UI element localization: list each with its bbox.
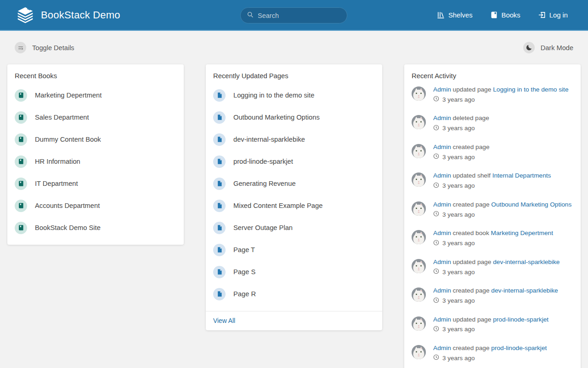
card-bottom-padding: [7, 239, 184, 245]
activity-target-link[interactable]: Marketing Depertment: [491, 230, 553, 236]
nav-login[interactable]: Log in: [538, 11, 568, 19]
book-list-item[interactable]: BookStack Demo Site: [7, 217, 184, 239]
page-icon: [213, 155, 226, 168]
dark-mode-label: Dark Mode: [541, 44, 573, 52]
toggle-details-button[interactable]: Toggle Details: [15, 42, 74, 53]
book-icon: [15, 155, 27, 168]
clock-icon: [433, 268, 439, 276]
activity-item: Admin created page prod-linode-sparkjet: [412, 344, 573, 362]
activity-action: updated page: [453, 259, 492, 265]
activity-timestamp: 3 years ago: [442, 269, 475, 276]
book-icon: [15, 133, 27, 146]
page-icon: [213, 111, 226, 124]
book-list-item[interactable]: IT Department: [7, 172, 184, 195]
book-list-item[interactable]: Marketing Depertment: [7, 84, 184, 106]
book-list-item[interactable]: Accounts Department: [7, 195, 184, 217]
activity-timestamp: 3 years ago: [442, 240, 475, 247]
activity-timestamp: 3 years ago: [442, 182, 475, 189]
recent-pages-footer: View All: [206, 311, 382, 330]
view-all-link[interactable]: View All: [213, 317, 235, 324]
activity-user-link[interactable]: Admin: [433, 144, 451, 150]
activity-user-link[interactable]: Admin: [433, 259, 451, 265]
book-title: Dummy Content Book: [35, 136, 101, 143]
search-bar[interactable]: [240, 7, 347, 23]
clock-icon: [433, 326, 439, 333]
activity-target-link[interactable]: dev-internal-sparklebike: [493, 259, 560, 265]
page-title: dev-internal-sparklebike: [233, 136, 305, 143]
recent-books-title: Recent Books: [7, 72, 184, 84]
activity-user-link[interactable]: Admin: [433, 172, 451, 179]
activity-target-link[interactable]: dev-internal-sparklebike: [491, 287, 558, 294]
dark-mode-button[interactable]: Dark Mode: [523, 42, 573, 53]
home-link[interactable]: BookStack Demo: [16, 6, 120, 24]
page-list-item[interactable]: Page S: [206, 261, 382, 283]
book-list-item[interactable]: HR Information: [7, 150, 184, 172]
page-list-item[interactable]: Logging in to the demo site: [206, 84, 382, 106]
activity-time: 3 years ago: [433, 297, 558, 305]
activity-user-link[interactable]: Admin: [433, 287, 451, 294]
moon-icon: [523, 42, 535, 53]
activity-user-link[interactable]: Admin: [433, 316, 451, 323]
search-icon: [247, 12, 254, 20]
page-list-item[interactable]: Server Outage Plan: [206, 217, 382, 239]
book-title: HR Information: [35, 158, 80, 165]
activity-time: 3 years ago: [433, 153, 490, 161]
clock-icon: [433, 211, 439, 218]
book-title: BookStack Demo Site: [35, 224, 101, 231]
page-list-item[interactable]: dev-internal-sparklebike: [206, 128, 382, 150]
activity-timestamp: 3 years ago: [442, 96, 475, 103]
activity-text: Admin updated page dev-internal-sparkleb…: [433, 259, 560, 266]
book-title: IT Department: [35, 180, 78, 187]
activity-action: created page: [453, 345, 490, 351]
activity-action: created page: [453, 201, 490, 208]
clock-icon: [433, 297, 439, 305]
search-input[interactable]: [258, 12, 340, 19]
activity-timestamp: 3 years ago: [442, 355, 475, 362]
nav-shelves[interactable]: Shelves: [437, 11, 473, 19]
activity-user-link[interactable]: Admin: [433, 115, 451, 121]
page-title: Page R: [233, 290, 256, 298]
activity-target-link[interactable]: Outbound Marketing Options: [491, 201, 571, 208]
recent-activity-card: Recent Activity: [404, 64, 581, 368]
book-list-item[interactable]: Sales Department: [7, 106, 184, 128]
activity-text: Admin created page prod-linode-sparkjet: [433, 345, 547, 352]
activity-target-link[interactable]: Logging in to the demo site: [493, 86, 568, 93]
page-list-item[interactable]: Mixed Content Example Page: [206, 195, 382, 217]
activity-user-link[interactable]: Admin: [433, 230, 451, 236]
activity-item: Admin created page Outbound Marketing Op…: [412, 201, 573, 218]
activity-text: Admin created book Marketing Depertment: [433, 230, 553, 237]
activity-target-link[interactable]: Internal Departments: [492, 172, 551, 179]
page-list-item[interactable]: Outbound Marketing Options: [206, 106, 382, 128]
activity-body: Admin updated page Logging in to the dem…: [433, 86, 569, 103]
app-header: BookStack Demo Shelves: [0, 0, 588, 31]
activity-timestamp: 3 years ago: [442, 297, 475, 304]
activity-time: 3 years ago: [433, 354, 547, 362]
activity-body: Admin deleted page 3 years ag: [433, 114, 489, 132]
book-list-item[interactable]: Dummy Content Book: [7, 128, 184, 150]
page-list-item[interactable]: prod-linode-sparkjet: [206, 150, 382, 172]
page-list-item[interactable]: Page T: [206, 239, 382, 261]
user-avatar: [412, 345, 426, 359]
activity-target-link[interactable]: prod-linode-sparkjet: [493, 316, 548, 323]
book-title: Sales Department: [35, 114, 89, 121]
activity-item: Admin created book Marketing Depertment: [412, 229, 573, 247]
page-list-item[interactable]: Page R: [206, 283, 382, 305]
nav-books[interactable]: Books: [490, 11, 520, 19]
activity-item: Admin created page dev-internal-sparkleb…: [412, 287, 573, 304]
activity-time: 3 years ago: [433, 326, 548, 333]
page-title: Server Outage Plan: [233, 224, 293, 231]
card-bottom-padding: [206, 305, 382, 311]
activity-user-link[interactable]: Admin: [433, 201, 451, 208]
toggle-details-label: Toggle Details: [32, 44, 74, 52]
page-list-item[interactable]: Generating Revenue: [206, 172, 382, 195]
clock-icon: [433, 125, 439, 132]
book-title: Accounts Department: [35, 202, 100, 209]
user-avatar: [412, 115, 426, 129]
activity-target-link[interactable]: prod-linode-sparkjet: [491, 345, 547, 351]
activity-text: Admin updated page prod-linode-sparkjet: [433, 316, 548, 323]
activity-user-link[interactable]: Admin: [433, 86, 451, 93]
book-icon: [15, 178, 27, 190]
page-icon: [213, 178, 226, 190]
book-title: Marketing Depertment: [35, 92, 102, 99]
activity-user-link[interactable]: Admin: [433, 345, 451, 351]
